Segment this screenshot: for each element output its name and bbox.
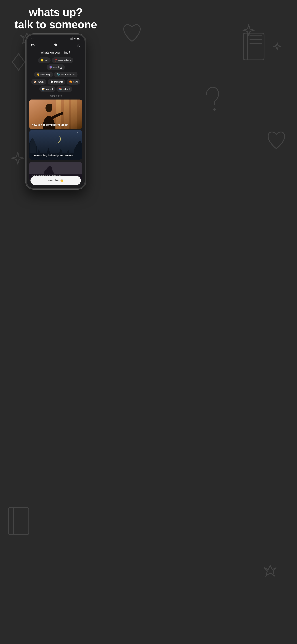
signal-icon <box>70 38 72 40</box>
family-label: family <box>38 80 44 83</box>
phone-screen: 1:21 <box>27 35 85 188</box>
topic-family[interactable]: 🏠 family <box>31 79 46 85</box>
journal-label: journal <box>46 88 53 90</box>
self-label: self <box>44 59 48 62</box>
topic-friendship[interactable]: 👋 friendship <box>34 72 53 78</box>
card-1-title: how to not compare yourself <box>32 123 68 126</box>
mental-advice-label: mental advice <box>61 73 75 76</box>
card-2-title: the meaning behind your dreams <box>32 154 73 157</box>
topic-need-advice[interactable]: ❓ need advice <box>52 58 73 63</box>
hero-section: whats up? talk to someone <box>11 0 100 34</box>
astrology-emoji: 🔮 <box>49 66 52 69</box>
content-cards: how to not compare yourself <box>29 100 82 185</box>
nav-bar <box>27 41 85 51</box>
mental-advice-emoji: 🫧 <box>57 73 60 76</box>
svg-rect-13 <box>72 38 72 40</box>
prompt-title: whats on your mind? <box>29 51 82 54</box>
svg-point-25 <box>48 104 52 107</box>
svg-point-14 <box>74 39 75 40</box>
friendship-label: friendship <box>40 73 50 76</box>
card-1-content: how to not compare yourself <box>29 121 82 129</box>
svg-point-29 <box>71 134 72 134</box>
svg-rect-16 <box>77 38 79 39</box>
status-time: 1:21 <box>31 37 36 40</box>
school-emoji: 📚 <box>59 88 62 90</box>
svg-point-19 <box>78 44 79 46</box>
svg-point-28 <box>43 133 44 134</box>
self-emoji: 😌 <box>40 59 44 62</box>
topic-mental-advice[interactable]: 🫧 mental advice <box>54 72 77 78</box>
svg-point-35 <box>47 166 52 172</box>
svg-point-27 <box>35 135 36 135</box>
card-compare-yourself[interactable]: how to not compare yourself <box>29 100 82 129</box>
topics-row-3: 🏠 family 💭 thoughts 😡 vent <box>31 79 80 85</box>
battery-icon <box>77 38 80 40</box>
svg-point-31 <box>51 132 51 133</box>
topic-school[interactable]: 📚 school <box>56 86 72 92</box>
more-topics-button[interactable]: more topics <box>29 94 82 97</box>
status-icons <box>70 38 80 40</box>
astrology-label: astrology <box>53 66 62 68</box>
vent-emoji: 😡 <box>69 80 72 83</box>
wifi-icon <box>73 38 76 40</box>
card-2-content: the meaning behind your dreams <box>29 152 82 160</box>
need-advice-emoji: ❓ <box>54 59 57 62</box>
svg-rect-12 <box>71 38 72 40</box>
topics-row-4: 📝 journal 📚 school <box>39 86 72 92</box>
card-dreams[interactable]: the meaning behind your dreams <box>29 130 82 160</box>
thoughts-label: thoughts <box>54 80 63 83</box>
topic-vent[interactable]: 😡 vent <box>67 79 80 85</box>
school-label: school <box>63 88 70 90</box>
topic-journal[interactable]: 📝 journal <box>39 86 55 92</box>
app-logo <box>53 42 58 49</box>
topics-row-1: 😌 self ❓ need advice 🔮 astrology <box>29 58 82 70</box>
topic-thoughts[interactable]: 💭 thoughts <box>48 79 66 85</box>
journal-emoji: 📝 <box>42 88 45 90</box>
topics-container: 😌 self ❓ need advice 🔮 astrology <box>29 58 82 92</box>
svg-rect-11 <box>70 38 71 40</box>
profile-button[interactable] <box>76 43 81 48</box>
topic-astrology[interactable]: 🔮 astrology <box>46 64 65 70</box>
status-bar: 1:21 <box>27 35 85 41</box>
history-button[interactable] <box>30 43 35 48</box>
svg-point-30 <box>77 132 78 133</box>
friendship-emoji: 👋 <box>36 73 39 76</box>
screen-content: whats on your mind? 😌 self ❓ need advice… <box>27 51 85 188</box>
svg-rect-10 <box>70 39 70 40</box>
new-chat-button[interactable]: new chat 👋 <box>30 176 81 185</box>
family-emoji: 🏠 <box>34 80 37 83</box>
hero-title-line2: talk to someone <box>14 18 97 31</box>
hero-title-line1: whats up? <box>14 6 97 18</box>
thoughts-emoji: 💭 <box>50 80 53 83</box>
need-advice-label: need advice <box>58 59 71 62</box>
hero-title: whats up? talk to someone <box>14 6 97 31</box>
phone-frame: 1:21 <box>25 34 86 189</box>
vent-label: vent <box>73 80 77 83</box>
topic-self[interactable]: 😌 self <box>38 58 51 63</box>
svg-point-18 <box>55 44 56 46</box>
bottom-area: signs you outgrow a person new chat 👋 <box>29 162 82 185</box>
topics-row-2: 👋 friendship 🫧 mental advice <box>34 72 77 78</box>
